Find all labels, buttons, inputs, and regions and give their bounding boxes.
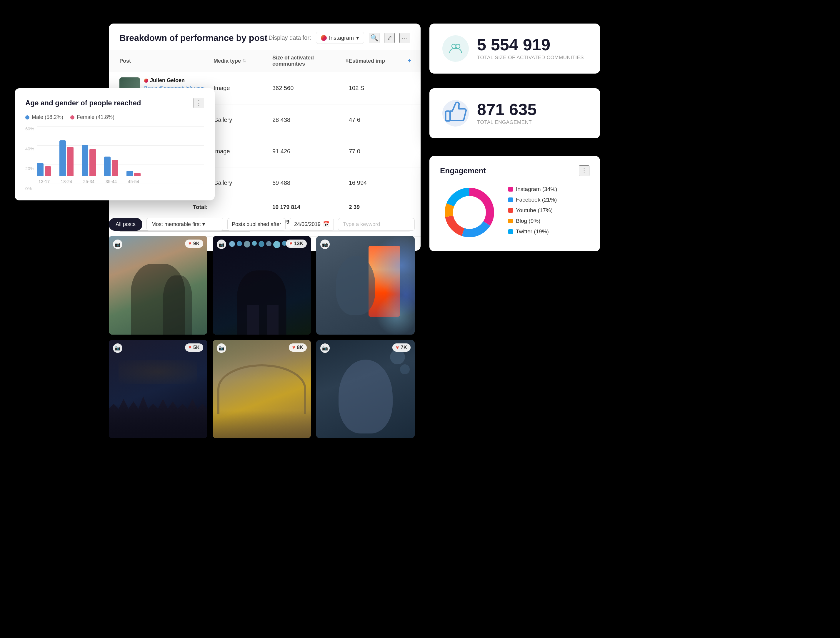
engagement-body: Instagram (34%) Facebook (21%) Youtube (… — [440, 183, 589, 242]
legend-blog: Blog (9%) — [508, 218, 589, 224]
more-options-button[interactable]: ⋯ — [399, 33, 410, 43]
bar-group-18-24: 18-24 — [59, 140, 74, 184]
bars-area: 13-17 18-24 25-34 — [37, 126, 204, 184]
community-size-cell: 69 488 — [272, 179, 349, 186]
legend-dot-youtube — [508, 208, 513, 213]
col-media[interactable]: Media type⇅ — [213, 55, 272, 67]
bar-group-35-44: 35-44 — [104, 157, 118, 184]
svg-rect-2 — [445, 111, 450, 121]
engagement-more-btn[interactable]: ⋮ — [579, 165, 589, 176]
legend-dot-twitter — [508, 229, 513, 234]
stat-card-engagement: 871 635 TOTAL ENGAGEMENT — [429, 88, 600, 138]
bar-male — [82, 145, 88, 176]
post-likes: ♥ 9K — [185, 239, 203, 248]
platform-icon: 📷 — [320, 239, 330, 249]
platform-icon: 📷 — [113, 239, 122, 249]
bar-group-45-54: 45-54 — [126, 171, 141, 184]
post-overlay: 📷 ♥ 5K — [109, 340, 207, 356]
female-dot — [70, 116, 74, 119]
male-dot — [25, 116, 29, 119]
post-likes: ♥ 7K — [392, 344, 411, 351]
search-button[interactable]: 🔍 — [369, 33, 379, 43]
posts-grid: 📷 ♥ 9K — [109, 236, 415, 438]
sort-input[interactable]: Most memorable first ▾ — [147, 218, 223, 231]
bar-female — [112, 160, 118, 176]
post-overlay: 📷 ♥ 13K — [213, 236, 311, 252]
media-type-cell: Image — [213, 148, 272, 155]
post-card-2[interactable]: 📷 ♥ 13K — [213, 236, 311, 335]
donut-chart — [440, 183, 499, 242]
heart-icon: ♥ — [289, 241, 292, 247]
age-header: Age and gender of people reached ⋮ — [25, 98, 204, 108]
post-card-5[interactable]: 📷 ♥ 8K — [213, 340, 311, 439]
col-community[interactable]: Size of activated communities⇅ — [272, 55, 349, 67]
instagram-dot — [321, 35, 327, 41]
platform-icon: 📷 — [113, 344, 122, 353]
bar-female — [89, 149, 96, 176]
bar-pair — [126, 171, 141, 176]
legend-twitter: Twitter (19%) — [508, 228, 589, 235]
all-posts-btn[interactable]: All posts — [109, 218, 142, 231]
post-likes: ♥ 13K — [286, 239, 307, 248]
legend-dot-facebook — [508, 198, 513, 202]
total-estimated: 2 39 — [349, 204, 407, 211]
heart-icon: ♥ — [396, 345, 399, 350]
media-type-cell: Image — [213, 85, 272, 92]
engagement-title: Engagement — [440, 166, 486, 176]
post-likes: ♥ 5K — [185, 344, 203, 351]
stat-text-2: 871 635 TOTAL ENGAGEMENT — [477, 101, 537, 125]
age-more-btn[interactable]: ⋮ — [194, 98, 204, 108]
age-legend: Male (58.2%) Female (41.8%) — [25, 114, 204, 120]
bar-male — [37, 163, 44, 176]
estimated-cell: 102 S — [349, 85, 407, 92]
heart-icon: ♥ — [188, 345, 191, 350]
table-title: Breakdown of performance by post — [119, 33, 267, 43]
bar-chart-area: 60% 40% 20% 0% 13-17 — [25, 126, 204, 191]
heart-icon: ♥ — [188, 241, 191, 247]
svg-point-1 — [456, 44, 460, 48]
bar-male — [59, 140, 66, 176]
date-filter: Posts published after — [227, 218, 286, 231]
bar-pair — [59, 140, 74, 176]
keyword-input[interactable]: Type a keyword — [338, 218, 415, 231]
engagement-legend: Instagram (34%) Facebook (21%) Youtube (… — [508, 186, 589, 239]
date-value[interactable]: 24/06/2019 📅 — [290, 218, 334, 231]
bar-group-25-34: 25-34 — [82, 145, 96, 184]
age-gender-card: Age and gender of people reached ⋮ Male … — [15, 88, 215, 200]
engagement-card: Engagement ⋮ Instagram (34%) — [429, 156, 600, 251]
post-author: Julien Geloen — [144, 78, 213, 84]
bar-pair — [104, 157, 118, 176]
stat-number-2: 871 635 — [477, 101, 537, 118]
posts-grid-area: All posts Most memorable first ▾ Posts p… — [109, 218, 415, 438]
post-card-4[interactable]: 📷 ♥ 5K — [109, 340, 207, 439]
bar-female — [67, 147, 74, 176]
stat-number: 5 554 919 — [477, 36, 584, 53]
donut-svg — [440, 183, 499, 242]
post-card-1[interactable]: 📷 ♥ 9K — [109, 236, 207, 335]
platform-icon: 📷 — [217, 344, 226, 353]
svg-point-8 — [453, 196, 485, 228]
bar-pair — [82, 145, 96, 176]
post-likes: ♥ 8K — [289, 344, 307, 351]
post-card-6[interactable]: 📷 ♥ 7K — [316, 340, 415, 439]
post-card-3[interactable]: 📷 — [316, 236, 415, 335]
column-headers: Post Media type⇅ Size of activated commu… — [109, 50, 421, 72]
bar-female — [134, 173, 141, 176]
post-overlay: 📷 ♥ 7K — [316, 340, 415, 356]
bar-group-13-17: 13-17 — [37, 163, 51, 184]
legend-youtube: Youtube (17%) — [508, 207, 589, 214]
table-header: Breakdown of performance by post Display… — [109, 24, 421, 50]
community-size-cell: 91 426 — [272, 148, 349, 155]
community-size-cell: 28 438 — [272, 117, 349, 123]
filter-bar: All posts Most memorable first ▾ Posts p… — [109, 218, 415, 231]
community-icon — [448, 41, 463, 55]
sort-chevron-icon: ▾ — [202, 221, 205, 227]
add-column-btn[interactable]: + — [407, 55, 419, 67]
estimated-cell: 16 994 — [349, 179, 407, 186]
post-overlay: 📷 ♥ 8K — [213, 340, 311, 356]
age-title: Age and gender of people reached — [25, 99, 141, 107]
calendar-icon: 📅 — [323, 221, 329, 228]
expand-button[interactable]: ⤢ — [384, 33, 395, 43]
bar-pair — [37, 163, 51, 176]
platform-selector[interactable]: Instagram ▾ — [316, 32, 364, 44]
